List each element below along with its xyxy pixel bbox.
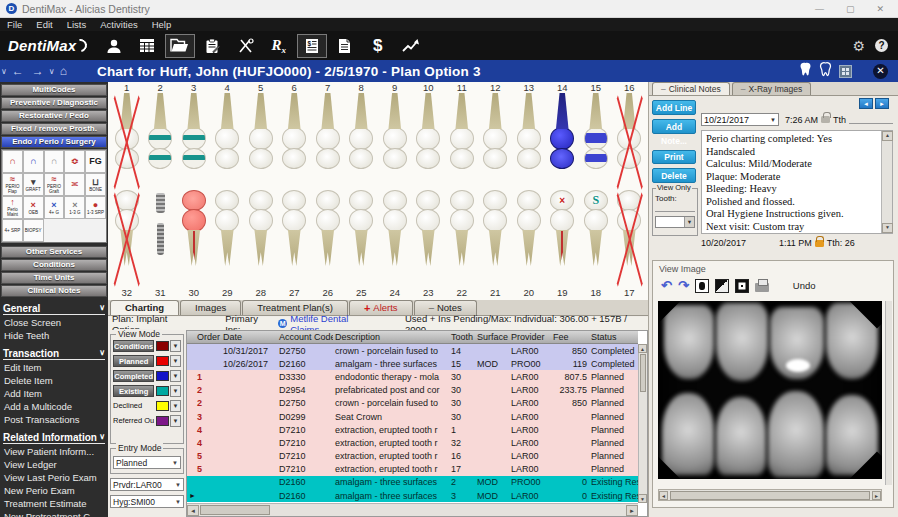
- schedule-icon[interactable]: [132, 34, 162, 58]
- image-horizontal-scrollbar[interactable]: ◄ ►: [658, 489, 882, 501]
- category-button-endo-perio-surgery[interactable]: Endo / Perio / Surgery: [1, 136, 107, 148]
- payments-icon[interactable]: $: [363, 34, 393, 58]
- table-horizontal-scrollbar[interactable]: ◄ ►: [187, 503, 638, 516]
- sidebar-item-add-item[interactable]: Add Item: [0, 387, 108, 400]
- table-row[interactable]: 2D2750crown - porcelain fused to30LAR008…: [187, 397, 638, 410]
- column-header-order[interactable]: Order: [195, 332, 221, 342]
- lower-tooth-23[interactable]: 23: [412, 190, 446, 298]
- lower-tooth-27[interactable]: 27: [278, 190, 312, 298]
- minimize-icon[interactable]: —: [815, 4, 824, 14]
- table-row[interactable]: 10/31/2017D2750crown - porcelain fused t…: [187, 344, 638, 357]
- prescriptions-icon[interactable]: Rx: [264, 34, 294, 58]
- reports-icon[interactable]: [396, 34, 426, 58]
- upper-tooth-14[interactable]: 14: [546, 82, 580, 190]
- column-header-tooth[interactable]: Tooth: [449, 332, 475, 342]
- palette-cell-glyph-1[interactable]: ∩: [23, 150, 44, 173]
- palette-cell-oeb[interactable]: ×OEB: [23, 196, 44, 219]
- redo-icon[interactable]: ↷: [678, 279, 689, 292]
- upper-tooth-2[interactable]: 2: [144, 82, 178, 190]
- tooth-filter-select[interactable]: ▼: [655, 216, 695, 228]
- section-header-general[interactable]: General∨: [3, 303, 105, 315]
- palette-cell-glyph-3[interactable]: ≎: [64, 150, 85, 173]
- documents-icon[interactable]: [330, 34, 360, 58]
- print-image-icon[interactable]: [755, 283, 769, 292]
- palette-cell-perio-flap[interactable]: ≈PERIO Flap: [2, 173, 23, 196]
- fee-schedule-icon[interactable]: $: [297, 34, 327, 58]
- xray-image[interactable]: [658, 301, 882, 479]
- tooth-icon[interactable]: [799, 62, 812, 81]
- palette-cell-bone[interactable]: ⊔BONE: [85, 173, 106, 196]
- table-row[interactable]: 5D7210extraction, erupted tooth r16LAR00…: [187, 450, 638, 463]
- next-note-button[interactable]: ►: [875, 98, 889, 109]
- settings-gear-icon[interactable]: ⚙: [852, 38, 865, 54]
- sidebar-item-delete-item[interactable]: Delete Item: [0, 374, 108, 387]
- service-button-conditions[interactable]: Conditions: [1, 259, 107, 271]
- sidebar-item-edit-item[interactable]: Edit Item: [0, 361, 108, 374]
- invert-icon[interactable]: [735, 279, 749, 293]
- sidebar-item-new-pretreatment-c[interactable]: New Pretreatment C...: [0, 510, 108, 517]
- tab-x-ray-images[interactable]: –X-Ray Images: [732, 82, 812, 95]
- table-row[interactable]: 4D7210extraction, erupted tooth r32LAR00…: [187, 436, 638, 449]
- view-mode-button-completed[interactable]: Completed: [113, 370, 154, 382]
- palette-cell-glyph-2[interactable]: ∩: [44, 150, 65, 173]
- palette-cell-perio-graft[interactable]: ≈PERIO Graft: [44, 173, 65, 196]
- column-header-date[interactable]: Date: [221, 332, 277, 342]
- sidebar-item-add-a-multicode[interactable]: Add a Multicode: [0, 400, 108, 413]
- lower-tooth-25[interactable]: 25: [345, 190, 379, 298]
- category-button-multicodes[interactable]: MultiCodes: [1, 84, 107, 96]
- upper-tooth-4[interactable]: 4: [211, 82, 245, 190]
- palette-cell-1-3-srp[interactable]: ●1-3 SRP: [85, 196, 106, 219]
- swatch-dropdown[interactable]: ▼: [170, 370, 181, 382]
- entry-mode-select[interactable]: Planned▼: [113, 456, 181, 469]
- delete-note-button[interactable]: Delete Note: [652, 168, 696, 183]
- palette-cell-glyph-0[interactable]: ∩: [2, 150, 23, 173]
- sidebar-item-close-screen[interactable]: Close Screen: [0, 316, 108, 329]
- column-header-description[interactable]: Description: [333, 332, 449, 342]
- add-note-button[interactable]: Add Note...: [652, 119, 696, 134]
- tab-clinical-notes[interactable]: –Clinical Notes: [652, 82, 730, 95]
- column-header-account-code[interactable]: Account Code: [277, 332, 333, 342]
- upper-tooth-12[interactable]: 12: [479, 82, 513, 190]
- service-button-clinical-notes[interactable]: Clinical Notes: [1, 285, 107, 297]
- lower-tooth-26[interactable]: 26: [311, 190, 345, 298]
- menu-item-edit[interactable]: Edit: [29, 19, 59, 30]
- upper-tooth-8[interactable]: 8: [345, 82, 379, 190]
- note1-date-select[interactable]: 10/21/2017▼: [701, 113, 779, 126]
- upper-tooth-15[interactable]: 15: [579, 82, 613, 190]
- palette-cell-4-g[interactable]: ×4+ G: [44, 196, 65, 219]
- palette-cell-glyph-8[interactable]: ≍: [64, 173, 85, 196]
- note-scrollbar[interactable]: ▲ ▼: [881, 131, 892, 233]
- table-row[interactable]: 3D0299Seat Crown30LAR00Planned: [187, 410, 638, 423]
- palette-cell-graft[interactable]: ▾GRAFT: [23, 173, 44, 196]
- upper-tooth-1[interactable]: 1: [110, 82, 144, 190]
- palette-cell-1-3-g[interactable]: ×1-3 G: [64, 196, 85, 219]
- table-row[interactable]: 2D2954prefabricated post and cor30LAR002…: [187, 384, 638, 397]
- clinical-note-text[interactable]: Perio charting completed: YesHandscaledC…: [701, 130, 893, 234]
- table-row[interactable]: 5D7210extraction, erupted tooth r17LAR00…: [187, 463, 638, 476]
- print-button[interactable]: Print: [652, 150, 696, 164]
- hygienist-select[interactable]: Hyg:SMI00▼: [110, 495, 184, 508]
- column-header-surface[interactable]: Surface: [475, 332, 509, 342]
- lower-tooth-31[interactable]: 31: [144, 190, 178, 298]
- swatch-dropdown[interactable]: ▼: [170, 400, 181, 412]
- close-window-icon[interactable]: ✕: [876, 4, 884, 14]
- upper-tooth-10[interactable]: 10: [412, 82, 446, 190]
- lower-tooth-24[interactable]: 24: [378, 190, 412, 298]
- scroll-left-icon[interactable]: ◄: [187, 505, 199, 516]
- table-row[interactable]: 10/26/2017D2160amalgam - three surfaces1…: [187, 357, 638, 370]
- lower-tooth-22[interactable]: 22: [445, 190, 479, 298]
- sidebar-item-treatment-estimate[interactable]: Treatment Estimate: [0, 497, 108, 510]
- contrast-icon[interactable]: [715, 279, 729, 293]
- close-chart-icon[interactable]: ✕: [873, 64, 888, 79]
- swatch-dropdown[interactable]: ▼: [170, 355, 181, 367]
- column-header-fee[interactable]: Fee: [551, 332, 589, 342]
- instruments-icon[interactable]: [231, 34, 261, 58]
- palette-cell-4-srp[interactable]: 4+ SRP: [2, 219, 23, 242]
- table-row[interactable]: D2160amalgam - three surfaces2MODPRO000E…: [187, 476, 638, 489]
- service-button-other-services[interactable]: Other Services: [1, 246, 107, 258]
- sidebar-item-view-ledger[interactable]: View Ledger: [0, 458, 108, 471]
- category-button-fixed-remove-prosth[interactable]: Fixed / remove Prosth.: [1, 123, 107, 135]
- lower-tooth-30[interactable]: 30: [177, 190, 211, 298]
- scroll-down-icon[interactable]: ▼: [638, 494, 647, 503]
- category-button-restorative-pedo[interactable]: Restorative / Pedo: [1, 110, 107, 122]
